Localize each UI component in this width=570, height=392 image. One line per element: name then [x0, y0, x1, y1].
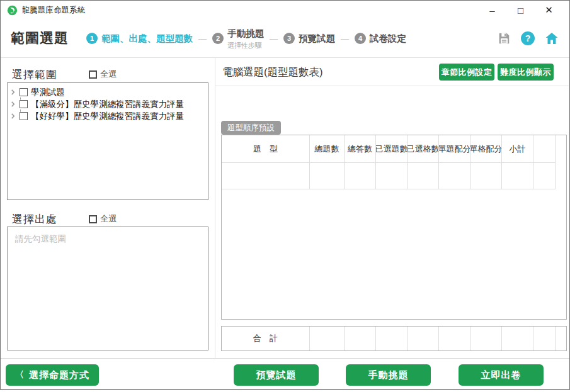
step-4-paper-settings[interactable]: 4 試卷設定 [355, 33, 406, 45]
table-cell [502, 163, 533, 189]
total-label-cell: 合 計 [222, 327, 310, 350]
table-row [222, 163, 556, 189]
range-tree: 學測試題 【滿級分】歷史學測總複習講義實力評量 【好好學】歷史學測總複習講義實力… [7, 82, 208, 200]
step-2-manual-pick[interactable]: 2 手動挑題 選擇性步驟 [212, 28, 264, 50]
total-grid-row: 合 計 [222, 327, 556, 350]
close-button[interactable]: ✕ [535, 1, 563, 19]
panel-divider [215, 58, 215, 358]
step-3-label: 預覽試題 [299, 33, 335, 45]
help-icon[interactable]: ? [521, 31, 535, 45]
step-separator: — [270, 34, 278, 43]
tree-item-label[interactable]: 【滿級分】歷史學測總複習講義實力評量 [31, 99, 184, 110]
table-header-cell: 小計 [502, 135, 533, 163]
total-cell [533, 327, 556, 350]
total-cell [502, 327, 533, 350]
step-3-circle: 3 [283, 33, 295, 44]
main-heading-divider [215, 86, 569, 86]
step-1-circle: 1 [86, 33, 98, 44]
source-select-all-checkbox[interactable] [89, 215, 97, 223]
tree-item-checkbox[interactable] [20, 88, 28, 96]
step-1-label: 範圍、出處、題型題數 [101, 33, 193, 45]
chapter-ratio-button[interactable]: 章節比例設定 [439, 64, 494, 81]
window-controls: – □ ✕ [478, 1, 563, 19]
save-icon[interactable] [496, 31, 511, 46]
app-window: 龍騰題庫命題系統 – □ ✕ 範圍選題 1 範圍、出處、題型題數 — 2 手動挑… [0, 0, 570, 390]
expand-chevron-icon[interactable] [10, 113, 16, 120]
range-section-title: 選擇範圍 [12, 67, 57, 82]
tree-item-label[interactable]: 【好好學】歷史學測總複習講義實力評量 [31, 111, 184, 122]
source-list: 請先勾選範圍 [7, 227, 208, 350]
table-total-row: 合 計 [221, 326, 567, 351]
step-2-label: 手動挑題 選擇性步驟 [227, 28, 264, 50]
table-cell [470, 163, 502, 189]
total-cell [439, 327, 470, 350]
tree-item-checkbox[interactable] [20, 112, 28, 120]
source-section-header: 選擇出處 全選 [12, 212, 201, 227]
tree-item-label[interactable]: 學測試題 [31, 87, 65, 98]
back-to-mode-button[interactable]: 〈 選擇命題方式 [6, 364, 99, 386]
step-3-preview[interactable]: 3 預覽試題 [283, 33, 335, 45]
table-cell [376, 163, 408, 189]
table-header-row: 題 型 總題數 總答數 已選題數 已選格數 單題配分 單格配分 小計 [222, 135, 556, 163]
footer-divider [1, 358, 569, 359]
table-cell [222, 163, 310, 189]
table-header-cell: 題 型 [222, 135, 310, 163]
table-cell [533, 163, 556, 189]
table-header-cell: 單格配分 [470, 135, 502, 163]
range-select-all-checkbox[interactable] [89, 70, 97, 79]
total-cell [470, 327, 502, 350]
preview-questions-button[interactable]: 預覽試題 [234, 364, 319, 386]
table-header-cell [533, 135, 556, 163]
table-cell [408, 163, 439, 189]
header-divider [1, 57, 569, 58]
table-header-cell: 單題配分 [439, 135, 470, 163]
minimize-button[interactable]: – [478, 1, 506, 19]
table-cell [345, 163, 376, 189]
step-2-circle: 2 [212, 33, 224, 44]
source-select-all: 全選 [89, 213, 117, 225]
tree-item-checkbox[interactable] [20, 100, 28, 108]
page-title: 範圍選題 [11, 29, 69, 48]
table-cell [439, 163, 470, 189]
tree-item[interactable]: 【滿級分】歷史學測總複習講義實力評量 [10, 98, 205, 110]
expand-chevron-icon[interactable] [10, 89, 16, 96]
back-button-label: 選擇命題方式 [29, 369, 89, 381]
table-header-cell: 已選格數 [408, 135, 439, 163]
step-2-sublabel: 選擇性步驟 [227, 42, 262, 49]
total-cell [345, 327, 376, 350]
wizard-steps: 1 範圍、出處、題型題數 — 2 手動挑題 選擇性步驟 — 3 預覽試題 — 4… [86, 28, 406, 50]
tree-item[interactable]: 學測試題 [10, 86, 205, 98]
expand-chevron-icon[interactable] [10, 101, 16, 108]
step-separator: — [341, 34, 349, 43]
app-title: 龍騰題庫命題系統 [22, 5, 85, 16]
question-type-table: 題 型 總題數 總答數 已選題數 已選格數 單題配分 單格配分 小計 [221, 135, 567, 320]
create-paper-button[interactable]: 立即出卷 [459, 364, 544, 386]
header-icons: ? [496, 31, 559, 46]
step-4-label: 試卷設定 [370, 33, 406, 45]
difficulty-ratio-button[interactable]: 難度比例顯示 [498, 64, 554, 81]
source-section-title: 選擇出處 [12, 212, 57, 227]
home-icon[interactable] [544, 31, 559, 46]
range-select-all-label: 全選 [100, 69, 117, 80]
total-cell [408, 327, 439, 350]
tree-item[interactable]: 【好好學】歷史學測總複習講義實力評量 [10, 110, 205, 122]
table-header-cell: 總題數 [310, 135, 345, 163]
app-logo-icon [7, 5, 18, 16]
table-cell [310, 163, 345, 189]
manual-pick-button[interactable]: 手動挑題 [346, 364, 431, 386]
title-bar: 龍騰題庫命題系統 – □ ✕ [1, 1, 569, 20]
step-1-range[interactable]: 1 範圍、出處、題型題數 [86, 33, 193, 45]
total-cell [310, 327, 345, 350]
main-panel-title: 電腦選題(題型題數表) [222, 65, 323, 79]
total-cell [376, 327, 408, 350]
source-select-all-label: 全選 [100, 213, 117, 225]
table-header-cell: 已選題數 [376, 135, 408, 163]
type-order-default-button[interactable]: 題型順序預設 [221, 121, 281, 135]
source-placeholder: 請先勾選範圍 [15, 234, 66, 244]
step-4-circle: 4 [355, 33, 366, 44]
range-select-all: 全選 [89, 69, 117, 80]
range-section-header: 選擇範圍 全選 [12, 67, 201, 82]
maximize-button[interactable]: □ [506, 1, 535, 19]
page-header: 範圍選題 1 範圍、出處、題型題數 — 2 手動挑題 選擇性步驟 — 3 預覽試… [1, 20, 569, 57]
back-chevron-icon: 〈 [15, 369, 25, 381]
